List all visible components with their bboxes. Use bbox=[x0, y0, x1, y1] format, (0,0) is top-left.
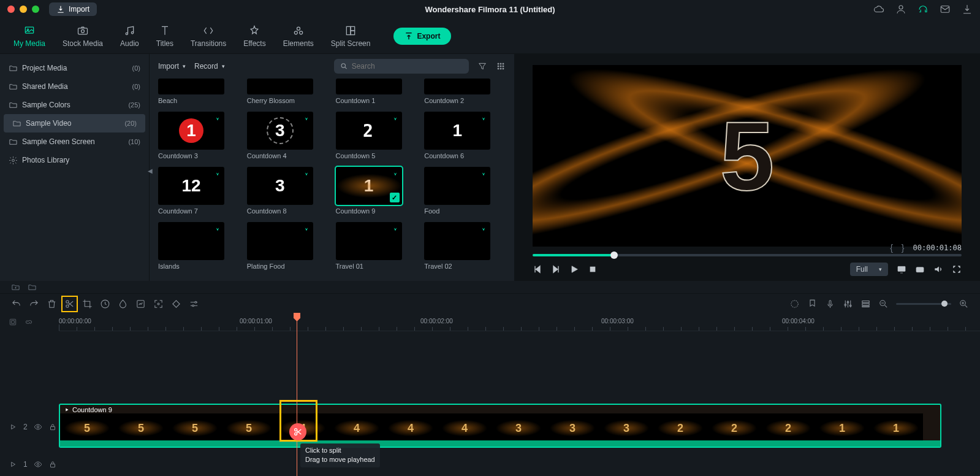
grid-view-icon[interactable] bbox=[496, 61, 506, 71]
media-thumb-countdown-8[interactable]: 3Countdown 8 bbox=[247, 167, 329, 215]
import-button-label: Import bbox=[69, 5, 89, 13]
export-button[interactable]: Export bbox=[393, 28, 451, 45]
volume-icon[interactable] bbox=[933, 264, 943, 274]
snapshot-icon[interactable] bbox=[915, 264, 925, 274]
timeline-ruler[interactable]: 00:00:00:0000:00:01:0000:00:02:0000:00:0… bbox=[59, 314, 980, 331]
track-manager-button[interactable] bbox=[860, 299, 871, 309]
stop-button[interactable] bbox=[588, 264, 598, 274]
cloud-icon[interactable] bbox=[873, 4, 884, 15]
split-button[interactable] bbox=[64, 299, 75, 309]
tab-transitions[interactable]: Transitions bbox=[182, 21, 235, 52]
color-button[interactable] bbox=[118, 299, 128, 309]
account-icon[interactable] bbox=[895, 4, 906, 15]
sidebar-item-project-media[interactable]: Project Media(0) bbox=[0, 59, 149, 77]
visibility-icon[interactable] bbox=[34, 423, 42, 431]
minimize-window-button[interactable] bbox=[20, 6, 27, 13]
clip-frame: 5 bbox=[114, 413, 168, 443]
import-dropdown[interactable]: Import bbox=[158, 62, 186, 71]
track-header-2: 2 bbox=[0, 405, 59, 449]
prev-frame-button[interactable] bbox=[533, 264, 542, 274]
playhead-line[interactable] bbox=[297, 314, 297, 476]
timeline-options-icon[interactable] bbox=[9, 318, 17, 326]
media-thumb-countdown-7[interactable]: 12Countdown 7 bbox=[158, 167, 240, 215]
timeline-clip[interactable]: Countdown 9 5555444433322211 bbox=[59, 404, 941, 448]
mail-icon[interactable] bbox=[940, 4, 951, 15]
sidebar-item-photos-library[interactable]: Photos Library bbox=[0, 151, 149, 169]
render-button[interactable] bbox=[789, 299, 800, 309]
media-thumb-countdown-1[interactable]: Countdown 1 bbox=[336, 79, 417, 104]
tab-elements[interactable]: Elements bbox=[275, 21, 322, 52]
lock-icon[interactable] bbox=[48, 423, 57, 431]
media-thumb-travel-02[interactable]: Travel 02 bbox=[424, 222, 506, 270]
preview-quality-select[interactable]: Full bbox=[850, 263, 888, 276]
sidebar-item-shared-media[interactable]: Shared Media(0) bbox=[0, 77, 149, 96]
media-thumb-countdown-6[interactable]: 1Countdown 6 bbox=[424, 112, 506, 159]
media-thumb-countdown-3[interactable]: 1Countdown 3 bbox=[158, 112, 240, 159]
media-thumb-food[interactable]: Food bbox=[424, 167, 506, 215]
display-icon[interactable] bbox=[897, 264, 906, 274]
mask-button[interactable] bbox=[153, 299, 164, 309]
play-button[interactable] bbox=[569, 264, 579, 274]
zoom-in-button[interactable] bbox=[959, 299, 969, 309]
mark-in-brace[interactable]: { bbox=[890, 243, 893, 253]
tab-audio[interactable]: Audio bbox=[112, 21, 148, 52]
media-thumb-islands[interactable]: Islands bbox=[158, 222, 240, 270]
lock-icon[interactable] bbox=[48, 460, 57, 469]
seek-knob[interactable] bbox=[610, 251, 618, 259]
download-icon[interactable] bbox=[962, 4, 973, 15]
redo-button[interactable] bbox=[29, 299, 39, 309]
preview-monitor[interactable]: 5 bbox=[533, 65, 962, 247]
next-frame-button[interactable] bbox=[551, 264, 561, 274]
zoom-out-button[interactable] bbox=[878, 299, 889, 309]
tab-stock-media[interactable]: Stock Media bbox=[54, 21, 112, 52]
media-thumb-countdown-2[interactable]: Countdown 2 bbox=[424, 79, 506, 104]
filter-icon[interactable] bbox=[477, 61, 487, 71]
sidebar-item-sample-colors[interactable]: Sample Colors(25) bbox=[0, 96, 149, 114]
media-thumb-countdown-9[interactable]: 1✓Countdown 9 bbox=[336, 167, 417, 215]
fullscreen-icon[interactable] bbox=[952, 264, 962, 274]
tab-split-screen[interactable]: Split Screen bbox=[322, 21, 379, 52]
undo-button[interactable] bbox=[11, 299, 21, 309]
record-dropdown[interactable]: Record bbox=[194, 62, 225, 71]
mark-out-brace[interactable]: } bbox=[902, 243, 905, 253]
search-field[interactable] bbox=[334, 59, 469, 74]
track-number: 2 bbox=[23, 423, 28, 431]
preview-seek-bar[interactable] bbox=[533, 254, 962, 256]
split-scissors-cursor[interactable] bbox=[289, 423, 306, 440]
svg-point-3 bbox=[27, 29, 29, 31]
maximize-window-button[interactable] bbox=[32, 6, 39, 13]
delete-button[interactable] bbox=[47, 299, 57, 309]
close-window-button[interactable] bbox=[7, 6, 15, 13]
media-thumb-countdown-4[interactable]: 3Countdown 4 bbox=[247, 112, 329, 159]
media-thumb-cherry-blossom[interactable]: Cherry Blossom bbox=[247, 79, 329, 104]
crop-button[interactable] bbox=[82, 299, 93, 309]
folder-icon[interactable] bbox=[28, 283, 37, 292]
search-input[interactable] bbox=[352, 62, 463, 71]
voiceover-button[interactable] bbox=[825, 299, 835, 309]
link-icon[interactable] bbox=[25, 318, 33, 326]
clip-type-icon bbox=[64, 407, 70, 413]
tab-my-media[interactable]: My Media bbox=[5, 21, 54, 52]
sidebar-item-sample-green-screen[interactable]: Sample Green Screen(10) bbox=[0, 132, 149, 151]
mixer-button[interactable] bbox=[843, 299, 853, 309]
visibility-icon[interactable] bbox=[34, 460, 42, 469]
media-thumb-plating-food[interactable]: Plating Food bbox=[247, 222, 329, 270]
zoom-slider[interactable] bbox=[896, 303, 951, 305]
sidebar-item-sample-video[interactable]: Sample Video(20) bbox=[4, 114, 145, 132]
adjust-button[interactable] bbox=[189, 299, 199, 309]
timeline[interactable]: 00:00:00:0000:00:01:0000:00:02:0000:00:0… bbox=[0, 314, 980, 476]
media-thumb-beach[interactable]: Beach bbox=[158, 79, 240, 104]
marker-button[interactable] bbox=[807, 299, 818, 309]
media-thumb-countdown-5[interactable]: 2Countdown 5 bbox=[336, 112, 417, 159]
import-icon bbox=[56, 5, 65, 13]
media-thumb-travel-01[interactable]: Travel 01 bbox=[336, 222, 417, 270]
headset-icon[interactable] bbox=[917, 4, 929, 15]
tab-titles[interactable]: Titles bbox=[148, 21, 182, 52]
tab-effects[interactable]: Effects bbox=[235, 21, 274, 52]
green-screen-button[interactable] bbox=[135, 299, 146, 309]
sidebar-collapse-handle[interactable]: ◀ bbox=[148, 167, 153, 174]
keyframe-button[interactable] bbox=[171, 299, 181, 309]
import-button[interactable]: Import bbox=[49, 2, 97, 16]
speed-button[interactable] bbox=[100, 299, 110, 309]
new-folder-icon[interactable] bbox=[11, 283, 20, 292]
